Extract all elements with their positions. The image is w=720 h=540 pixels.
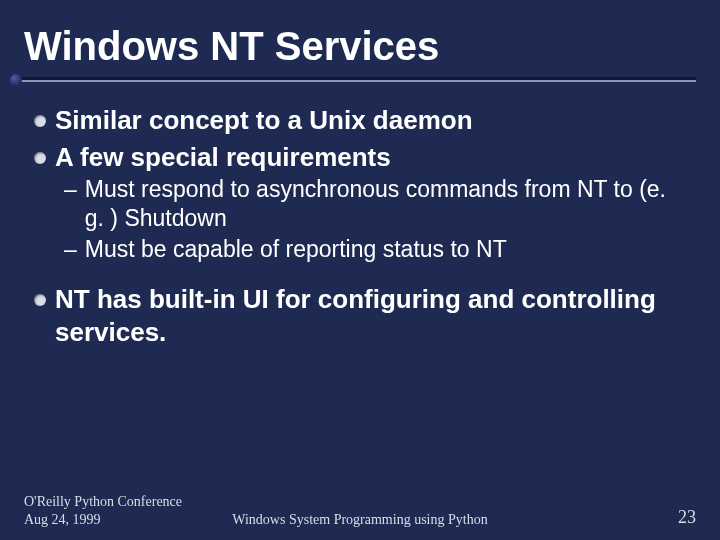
bullet-text: A few special requirements <box>55 141 391 174</box>
slide-footer: O'Reilly Python Conference Aug 24, 1999 … <box>0 493 720 528</box>
subbullet-item: – Must respond to asynchronous commands … <box>64 175 686 233</box>
bullet-dot-icon <box>34 294 46 306</box>
bullet-dot-icon <box>34 115 46 127</box>
bullet-item: Similar concept to a Unix daemon <box>34 104 686 137</box>
subbullet-item: – Must be capable of reporting status to… <box>64 235 686 264</box>
dash-icon: – <box>64 235 77 264</box>
subbullet-text: Must respond to asynchronous commands fr… <box>85 175 686 233</box>
bullet-item: NT has built-in UI for configuring and c… <box>34 283 686 348</box>
slide: Windows NT Services Similar concept to a… <box>0 0 720 540</box>
footer-center: Windows System Programming using Python <box>0 512 720 528</box>
bullet-text: NT has built-in UI for configuring and c… <box>55 283 686 348</box>
footer-conference: O'Reilly Python Conference <box>24 493 182 511</box>
bullet-text: Similar concept to a Unix daemon <box>55 104 473 137</box>
title-divider <box>0 77 720 100</box>
bullet-dot-icon <box>34 152 46 164</box>
subbullet-text: Must be capable of reporting status to N… <box>85 235 507 264</box>
dash-icon: – <box>64 175 77 204</box>
footer-page-number: 23 <box>678 507 696 528</box>
slide-body: Similar concept to a Unix daemon A few s… <box>0 104 720 348</box>
bullet-item: A few special requirements <box>34 141 686 174</box>
slide-title: Windows NT Services <box>0 0 720 77</box>
